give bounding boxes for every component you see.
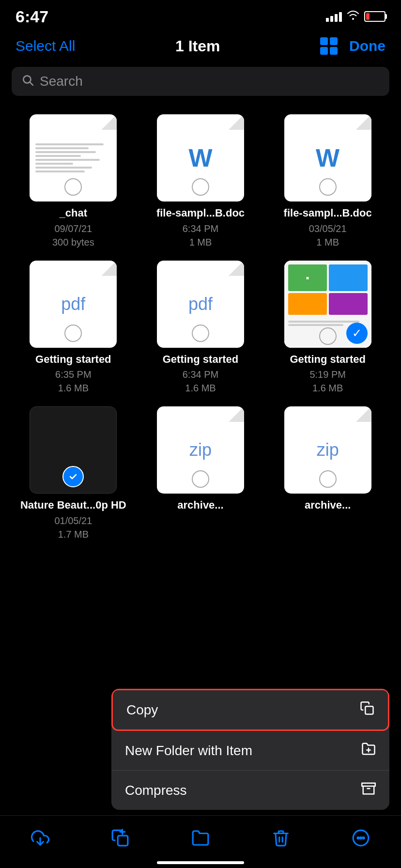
svg-point-2 bbox=[68, 471, 78, 482]
file-meta: 09/07/21300 bytes bbox=[52, 222, 94, 249]
navigation-bar: Select All 1 Item Done bbox=[0, 29, 401, 63]
more-button[interactable] bbox=[346, 823, 375, 852]
list-item[interactable]: Nature Beaut...0p HD 01/05/211.7 MB bbox=[12, 403, 135, 545]
share-button[interactable] bbox=[26, 823, 55, 852]
context-menu-copy[interactable]: Copy bbox=[111, 689, 389, 731]
grid-view-button[interactable] bbox=[320, 37, 338, 55]
file-name: _chat bbox=[60, 206, 87, 220]
svg-line-1 bbox=[30, 82, 33, 85]
file-meta: 6:35 PM1.6 MB bbox=[55, 368, 91, 395]
file-meta: 6:34 PM1 MB bbox=[183, 222, 218, 249]
file-meta: 03/05/211 MB bbox=[309, 222, 347, 249]
file-meta: 5:19 PM1.6 MB bbox=[309, 368, 345, 395]
search-placeholder: Search bbox=[40, 74, 83, 89]
status-bar: 6:47 bbox=[0, 0, 401, 29]
list-item[interactable]: zip archive... bbox=[139, 403, 262, 545]
list-item[interactable]: zip archive... bbox=[266, 403, 389, 545]
search-icon bbox=[21, 74, 34, 90]
file-name: Nature Beaut...0p HD bbox=[20, 498, 126, 512]
new-folder-label: New Folder with Item bbox=[125, 743, 252, 759]
search-bar[interactable]: Search bbox=[12, 67, 389, 96]
file-name: file-sampl...B.doc bbox=[156, 206, 245, 220]
file-thumbnail: pdf bbox=[157, 261, 244, 348]
list-item[interactable]: W file-sampl...B.doc 03/05/211 MB bbox=[266, 110, 389, 253]
file-thumbnail: W bbox=[157, 114, 244, 202]
svg-point-15 bbox=[363, 837, 364, 838]
move-button[interactable] bbox=[186, 823, 215, 852]
file-thumbnail bbox=[30, 114, 117, 202]
svg-point-14 bbox=[360, 837, 362, 838]
svg-rect-6 bbox=[362, 783, 375, 786]
compress-icon bbox=[361, 781, 376, 799]
file-name: file-sampl...B.doc bbox=[284, 206, 372, 220]
nav-title: 1 Item bbox=[175, 37, 220, 55]
copy-label: Copy bbox=[126, 702, 158, 718]
battery-icon bbox=[364, 11, 386, 22]
delete-button[interactable] bbox=[266, 823, 295, 852]
svg-rect-3 bbox=[365, 706, 373, 714]
file-thumbnail: pdf bbox=[30, 261, 117, 348]
svg-point-13 bbox=[357, 837, 359, 838]
file-name: Getting started bbox=[35, 353, 111, 367]
checkmark-icon: ✓ bbox=[346, 323, 368, 344]
copy-icon bbox=[360, 701, 374, 719]
file-name: Getting started bbox=[163, 353, 238, 367]
file-name: archive... bbox=[177, 498, 223, 512]
file-meta: 01/05/211.7 MB bbox=[54, 514, 92, 541]
file-thumbnail: zip bbox=[284, 406, 371, 494]
file-thumbnail: zip bbox=[157, 406, 244, 494]
list-item[interactable]: _chat 09/07/21300 bytes bbox=[12, 110, 135, 253]
file-thumbnail bbox=[30, 406, 117, 494]
file-thumbnail: ■ ✓ bbox=[284, 261, 371, 348]
file-name: archive... bbox=[305, 498, 351, 512]
files-grid: _chat 09/07/21300 bytes W file-sampl...B… bbox=[0, 106, 401, 550]
bottom-toolbar bbox=[0, 815, 401, 868]
status-icons bbox=[326, 10, 386, 23]
wifi-icon bbox=[347, 10, 359, 23]
list-item[interactable]: pdf Getting started 6:34 PM1.6 MB bbox=[139, 257, 262, 399]
signal-icon bbox=[326, 11, 342, 22]
list-item[interactable]: ■ ✓ Getting started 5:19 PM1.6 MB bbox=[266, 257, 389, 399]
context-menu: Copy New Folder with Item Compress bbox=[111, 689, 389, 810]
context-menu-new-folder[interactable]: New Folder with Item bbox=[111, 731, 389, 771]
status-time: 6:47 bbox=[15, 7, 48, 26]
nav-right-actions: Done bbox=[320, 37, 386, 55]
file-name: Getting started bbox=[290, 353, 365, 367]
duplicate-button[interactable] bbox=[106, 823, 135, 852]
list-item[interactable]: W file-sampl...B.doc 6:34 PM1 MB bbox=[139, 110, 262, 253]
list-item[interactable]: pdf Getting started 6:35 PM1.6 MB bbox=[12, 257, 135, 399]
home-indicator bbox=[157, 861, 244, 864]
file-meta: 6:34 PM1.6 MB bbox=[183, 368, 218, 395]
compress-label: Compress bbox=[125, 783, 187, 798]
svg-rect-9 bbox=[118, 836, 128, 846]
file-thumbnail: W bbox=[284, 114, 371, 202]
select-all-button[interactable]: Select All bbox=[15, 38, 75, 54]
context-menu-compress[interactable]: Compress bbox=[111, 771, 389, 810]
done-button[interactable]: Done bbox=[349, 38, 386, 54]
new-folder-icon bbox=[361, 742, 376, 760]
